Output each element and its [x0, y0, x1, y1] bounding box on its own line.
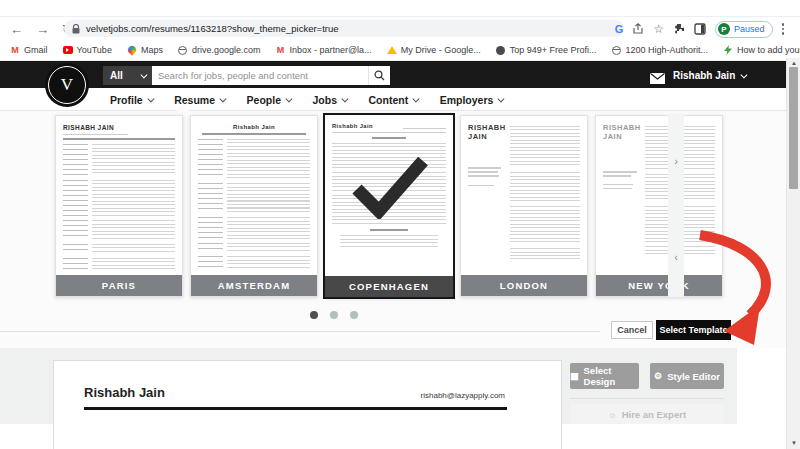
nav-profile[interactable]: Profile	[110, 94, 152, 106]
bookmark-howto[interactable]: How to add your re...	[723, 45, 800, 55]
template-name-label: AMSTERDAM	[191, 275, 317, 296]
tab-strip	[0, 0, 800, 17]
resume-thumbnail: RISHABH JAIN	[56, 116, 182, 275]
pagination-dot-active[interactable]	[310, 311, 318, 319]
hire-expert-button[interactable]: ☼ Hire an Expert	[570, 404, 724, 424]
divider	[0, 331, 600, 332]
browser-toolbar: ← → ↻ velvetjobs.com/resumes/1163218?sho…	[0, 18, 800, 40]
carousel-pagination	[270, 305, 398, 323]
template-name-label: NEW YORK	[596, 275, 722, 296]
select-design-button[interactable]: ▦ Select Design	[570, 363, 639, 389]
pagination-dot[interactable]	[330, 311, 338, 319]
drive-icon	[387, 45, 397, 55]
bookmark-1200[interactable]: 1200 High-Authorit...	[611, 45, 708, 55]
globe-icon	[178, 45, 188, 55]
resume-name: Rishabh Jain	[84, 385, 165, 400]
messages-button[interactable]	[650, 70, 665, 88]
search-input[interactable]	[158, 70, 362, 81]
nav-content[interactable]: Content	[369, 94, 418, 106]
carousel-next-icon[interactable]: ›	[668, 155, 684, 167]
bookmark-star-icon[interactable]: ☆	[653, 22, 664, 36]
forward-icon[interactable]: →	[36, 23, 49, 36]
pagination-dot[interactable]	[350, 311, 358, 319]
resume-email: rishabh@lazyapply.com	[421, 391, 505, 400]
resume-thumbnail: RISHABH JAIN	[596, 116, 722, 275]
site-favicon	[496, 45, 506, 55]
chevron-down-icon	[147, 96, 153, 102]
youtube-icon	[63, 45, 73, 55]
user-menu[interactable]: Rishabh Jain	[673, 70, 746, 81]
gmail-icon: M	[275, 45, 285, 55]
google-icon[interactable]: G	[615, 23, 624, 35]
template-name-label: COPENHAGEN	[325, 276, 453, 297]
template-card-newyork[interactable]: RISHABH JAIN	[595, 115, 723, 297]
url-text: velvetjobs.com/resumes/1163218?show_them…	[86, 23, 339, 34]
gear-icon: ⚙	[654, 371, 662, 381]
avatar: P	[718, 23, 730, 35]
lightning-icon	[723, 45, 733, 55]
profile-status-label: Paused	[734, 24, 765, 34]
grid-icon: ▦	[570, 371, 579, 381]
globe-icon	[611, 45, 621, 55]
maps-pin-icon	[127, 45, 137, 55]
expert-sun-icon: ☼	[608, 409, 617, 420]
bookmark-inbox[interactable]: MInbox - partner@la...	[275, 45, 371, 55]
chevron-down-icon	[413, 96, 419, 102]
extensions-puzzle-icon[interactable]	[673, 23, 685, 35]
bookmark-mydrive[interactable]: My Drive - Google...	[387, 45, 481, 55]
carousel-controls: › ‹	[668, 115, 684, 297]
search-box	[152, 66, 368, 85]
gmail-icon: M	[10, 45, 20, 55]
resume-preview-page: Rishabh Jain rishabh@lazyapply.com	[53, 360, 562, 449]
scrollbar-thumb[interactable]	[789, 67, 798, 189]
resume-header-rule	[84, 407, 507, 410]
template-card-london[interactable]: RISHABH JAIN	[460, 115, 588, 297]
profile-chip[interactable]: P Paused	[715, 21, 773, 38]
bookmark-drive[interactable]: drive.google.com	[178, 45, 261, 55]
template-name-label: LONDON	[461, 275, 587, 296]
nav-employers[interactable]: Employers	[440, 94, 503, 106]
search-icon	[374, 70, 385, 81]
resume-thumbnail: RISHABH JAIN	[461, 116, 587, 275]
chevron-down-icon	[342, 96, 348, 102]
envelope-icon	[650, 73, 665, 84]
template-card-paris[interactable]: RISHABH JAIN PARIS	[55, 115, 183, 297]
cancel-button[interactable]: Cancel	[611, 321, 653, 339]
share-icon[interactable]	[632, 23, 644, 35]
search-button[interactable]	[368, 66, 390, 85]
side-panel-icon[interactable]	[694, 23, 706, 35]
address-bar[interactable]: velvetjobs.com/resumes/1163218?show_them…	[64, 20, 624, 37]
template-name-label: PARIS	[56, 275, 182, 296]
carousel-prev-icon[interactable]: ‹	[668, 251, 684, 263]
chevron-down-icon	[286, 96, 292, 102]
back-icon[interactable]: ←	[10, 23, 23, 36]
bookmark-maps[interactable]: Maps	[127, 45, 163, 55]
velvetjobs-logo[interactable]: V	[45, 63, 89, 107]
browser-menu-icon[interactable]	[782, 23, 785, 35]
style-editor-button[interactable]: ⚙ Style Editor	[650, 363, 724, 389]
divider	[570, 398, 724, 399]
dropdown-notch	[176, 103, 190, 111]
template-card-amsterdam[interactable]: Rishabh Jain AMSTERDAM	[190, 115, 318, 297]
browser-window: ← → ↻ velvetjobs.com/resumes/1163218?sho…	[0, 0, 800, 449]
bookmarks-bar: MGmail YouTube Maps drive.google.com MIn…	[0, 40, 800, 61]
page-scrollbar[interactable]: ▲ ▼	[786, 58, 800, 449]
resume-thumbnail: Rishabh Jain	[325, 115, 453, 276]
scroll-down-icon[interactable]: ▼	[787, 438, 800, 448]
primary-nav: Profile Resume People Jobs Content Emplo…	[110, 88, 503, 111]
nav-people[interactable]: People	[247, 94, 291, 106]
resume-thumbnail: Rishabh Jain	[191, 116, 317, 275]
chevron-down-icon	[140, 72, 146, 78]
chevron-down-icon	[220, 96, 226, 102]
nav-jobs[interactable]: Jobs	[312, 94, 346, 106]
lock-icon	[72, 24, 80, 34]
theme-picker-panel: RISHABH JAIN PARIS Rishabh Jain	[0, 111, 786, 348]
bookmark-top949[interactable]: Top 949+ Free Profi...	[496, 45, 597, 55]
search-filter-dropdown[interactable]: All	[103, 66, 152, 85]
bookmark-youtube[interactable]: YouTube	[63, 45, 112, 55]
bookmark-gmail[interactable]: MGmail	[10, 45, 48, 55]
select-template-button[interactable]: Select Template	[656, 320, 731, 340]
template-card-copenhagen[interactable]: Rishabh Jain COPENHAGEN	[325, 115, 453, 297]
